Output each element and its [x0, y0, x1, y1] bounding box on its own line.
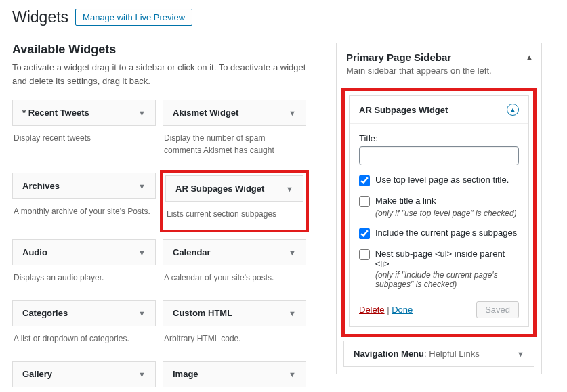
title-label: Title: — [359, 133, 519, 144]
available-widgets-heading: Available Widgets — [12, 43, 310, 57]
widget-desc: Arbitrary HTML code. — [163, 326, 306, 354]
chevron-down-icon: ▼ — [289, 109, 296, 117]
chevron-down-icon: ▼ — [138, 309, 146, 318]
sidebar-area-subtitle: Main sidebar that appears on the left. — [346, 66, 532, 76]
highlight-box: AR Subpages Widget ▲ Title: Use top leve… — [341, 88, 537, 337]
widget-title: Audio — [22, 247, 47, 257]
sidebar-widget-nav-menu: Navigation Menu: Helpful Links ▼ — [343, 341, 534, 367]
highlight-box: AR Subpages Widget ▼ Lists current secti… — [160, 170, 309, 232]
delete-link[interactable]: Delete — [359, 305, 385, 315]
sidebar-area-panel: Primary Page Sidebar Main sidebar that a… — [336, 43, 542, 381]
widget-title: AR Subpages Widget — [175, 183, 264, 194]
widget-custom-html[interactable]: Custom HTML ▼ — [163, 300, 306, 326]
chevron-down-icon: ▼ — [138, 248, 146, 257]
widget-desc: A calendar of your site's posts. — [163, 265, 306, 293]
widget-title: * Recent Tweets — [22, 108, 89, 118]
chevron-down-icon: ▼ — [517, 350, 524, 358]
widget-akismet[interactable]: Akismet Widget ▼ — [163, 100, 306, 126]
widget-audio[interactable]: Audio ▼ — [12, 239, 156, 265]
widget-title: Image — [173, 369, 198, 379]
widget-categories[interactable]: Categories ▼ — [12, 300, 156, 326]
widget-ar-subpages[interactable]: AR Subpages Widget ▼ — [165, 175, 303, 202]
widget-title: Archives — [22, 181, 60, 191]
chevron-down-icon: ▼ — [289, 370, 296, 378]
make-title-link-checkbox[interactable] — [359, 196, 370, 207]
widget-header[interactable]: AR Subpages Widget ▲ — [350, 96, 528, 124]
widget-gallery[interactable]: Gallery ▼ — [12, 361, 156, 387]
include-subpages-checkbox[interactable] — [359, 228, 370, 239]
title-input[interactable] — [359, 146, 519, 165]
widget-archives[interactable]: Archives ▼ — [12, 173, 156, 199]
sidebar-area-title: Primary Page Sidebar — [346, 51, 532, 63]
nest-subpage-checkbox[interactable] — [359, 249, 370, 260]
widget-title: Navigation Menu: Helpful Links — [354, 349, 480, 359]
chevron-down-icon: ▼ — [138, 370, 146, 378]
widget-desc: A list or dropdown of categories. — [12, 326, 156, 354]
checkbox-label: Make title a link — [375, 196, 436, 206]
widget-desc: Display recent tweets — [12, 126, 156, 154]
chevron-down-icon: ▼ — [289, 309, 296, 318]
checkbox-label: Include the current page's subpages — [375, 227, 517, 238]
live-preview-button[interactable]: Manage with Live Preview — [75, 9, 192, 26]
chevron-down-icon: ▼ — [286, 185, 293, 193]
widget-title: Categories — [22, 308, 68, 318]
checkbox-hint: (only if "Include the current page's sub… — [375, 270, 519, 289]
sidebar-area-header[interactable]: Primary Page Sidebar Main sidebar that a… — [337, 43, 541, 79]
widget-title: AR Subpages Widget — [359, 105, 448, 115]
chevron-down-icon: ▼ — [138, 182, 146, 190]
widget-title: Calendar — [173, 247, 211, 257]
widget-desc: A monthly archive of your site's Posts. — [12, 199, 156, 227]
done-link[interactable]: Done — [392, 305, 413, 315]
widget-title: Custom HTML — [173, 308, 232, 318]
widget-desc: Lists current section subpages — [165, 202, 303, 220]
caret-up-icon[interactable]: ▲ — [507, 104, 519, 116]
widget-header[interactable]: Navigation Menu: Helpful Links ▼ — [344, 341, 534, 366]
chevron-down-icon: ▼ — [138, 109, 146, 117]
caret-up-icon[interactable]: ▲ — [526, 53, 533, 61]
page-title: Widgets — [12, 8, 68, 26]
checkbox-label: Use top level page as section title. — [375, 175, 509, 185]
widget-desc: Display the number of spam comments Akis… — [163, 126, 306, 166]
available-widgets-desc: To activate a widget drag it to a sideba… — [12, 61, 310, 87]
use-top-level-checkbox[interactable] — [359, 175, 370, 186]
widget-calendar[interactable]: Calendar ▼ — [163, 239, 306, 265]
checkbox-label: Nest sub-page <ul> inside parent <li> — [375, 248, 519, 269]
checkbox-hint: (only if "use top level page" is checked… — [375, 209, 519, 218]
widget-desc: Displays an audio player. — [12, 265, 156, 293]
widget-title: Akismet Widget — [173, 108, 238, 118]
available-widgets-panel: Available Widgets To activate a widget d… — [12, 43, 310, 387]
widget-image[interactable]: Image ▼ — [163, 361, 306, 387]
chevron-down-icon: ▼ — [289, 248, 296, 257]
saved-button: Saved — [476, 301, 519, 318]
widget-recent-tweets[interactable]: * Recent Tweets ▼ — [12, 100, 156, 126]
widget-title: Gallery — [22, 369, 52, 379]
sidebar-widget-ar-subpages: AR Subpages Widget ▲ Title: Use top leve… — [349, 95, 529, 327]
